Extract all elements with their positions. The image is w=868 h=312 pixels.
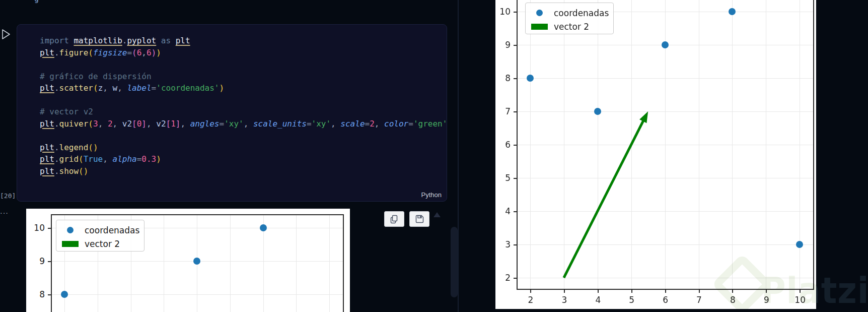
legend-entry: vector 2 xyxy=(530,20,608,33)
notebook-screen: g import matplotlib.pyplot as pltplt.fig… xyxy=(0,0,868,312)
magnified-plot: 23456789102345678910coordenadasvector 2P… xyxy=(495,0,816,309)
gridline-x xyxy=(329,214,330,312)
y-tick xyxy=(48,228,51,229)
clipped-previous-cell-text: g xyxy=(34,0,39,4)
code-line: import matplotlib.pyplot as plt xyxy=(40,35,447,47)
legend-marker-swatch xyxy=(536,10,543,16)
legend-marker-swatch xyxy=(67,227,74,233)
scroll-indicator-icon xyxy=(433,212,441,217)
code-line: plt.quiver(3, 2, v2[0], v2[1], angles='x… xyxy=(40,118,447,130)
gridline-x xyxy=(164,214,164,312)
quiver-arrow xyxy=(495,0,816,309)
legend-label: vector 2 xyxy=(85,239,120,249)
code-line: plt.show() xyxy=(40,165,447,177)
kernel-language-label: Python xyxy=(421,191,442,199)
copy-output-button[interactable] xyxy=(384,211,404,227)
scatter-point xyxy=(61,291,68,298)
legend-rect-marker xyxy=(61,241,79,247)
code-line xyxy=(40,130,447,142)
legend-entry: vector 2 xyxy=(61,237,139,251)
code-cell[interactable]: import matplotlib.pyplot as pltplt.figur… xyxy=(17,24,447,202)
code-editor[interactable]: import matplotlib.pyplot as pltplt.figur… xyxy=(40,35,447,177)
y-tick xyxy=(48,294,51,295)
axis-spine-top xyxy=(51,214,344,215)
code-line: # gráfico de dispersión xyxy=(40,71,447,83)
y-tick-label: 8 xyxy=(29,289,45,299)
code-line xyxy=(40,58,447,71)
gridline-y xyxy=(51,294,343,295)
gridline-x xyxy=(296,214,297,312)
more-actions-ellipsis[interactable]: ··· xyxy=(0,209,9,217)
code-line xyxy=(40,94,447,106)
run-cell-icon[interactable] xyxy=(1,28,11,40)
legend-label: coordenadas xyxy=(554,8,609,18)
y-tick-label: 10 xyxy=(29,223,45,233)
scatter-point xyxy=(193,258,200,265)
code-line: plt.grid(True, alpha=0.3) xyxy=(40,153,447,165)
save-output-button[interactable] xyxy=(409,211,429,227)
axis-spine-right xyxy=(343,214,344,312)
output-plot-small: 2345678910coordenadasvector 2 xyxy=(26,209,350,312)
legend-entry: coordenadas xyxy=(530,6,608,20)
panel-divider xyxy=(458,0,459,312)
save-icon xyxy=(415,214,424,224)
legend-entry: coordenadas xyxy=(61,223,139,237)
plot-legend: coordenadasvector 2 xyxy=(525,3,614,34)
legend-marker-swatch xyxy=(531,24,548,30)
gridline-x xyxy=(230,214,231,312)
y-tick xyxy=(48,261,51,262)
axis-spine-left xyxy=(51,214,52,312)
execution-count-label: [20] xyxy=(0,192,16,200)
legend-rect-marker xyxy=(530,24,548,30)
code-line: # vector v2 xyxy=(40,106,447,118)
legend-dot-marker xyxy=(530,10,548,16)
legend-marker-swatch xyxy=(62,241,79,247)
y-tick-label: 9 xyxy=(29,256,45,266)
plot-legend: coordenadasvector 2 xyxy=(56,220,144,252)
code-line: plt.scatter(z, w, label='coordenadas') xyxy=(40,82,447,94)
legend-label: coordenadas xyxy=(85,225,139,235)
scatter-point xyxy=(260,224,267,231)
code-line: plt.figure(figsize=(6,6)) xyxy=(40,47,447,59)
editor-scrollbar[interactable] xyxy=(451,227,458,297)
copy-icon xyxy=(389,214,399,224)
legend-dot-marker xyxy=(61,227,79,233)
legend-label: vector 2 xyxy=(554,22,589,32)
code-line: plt.legend() xyxy=(40,142,447,154)
